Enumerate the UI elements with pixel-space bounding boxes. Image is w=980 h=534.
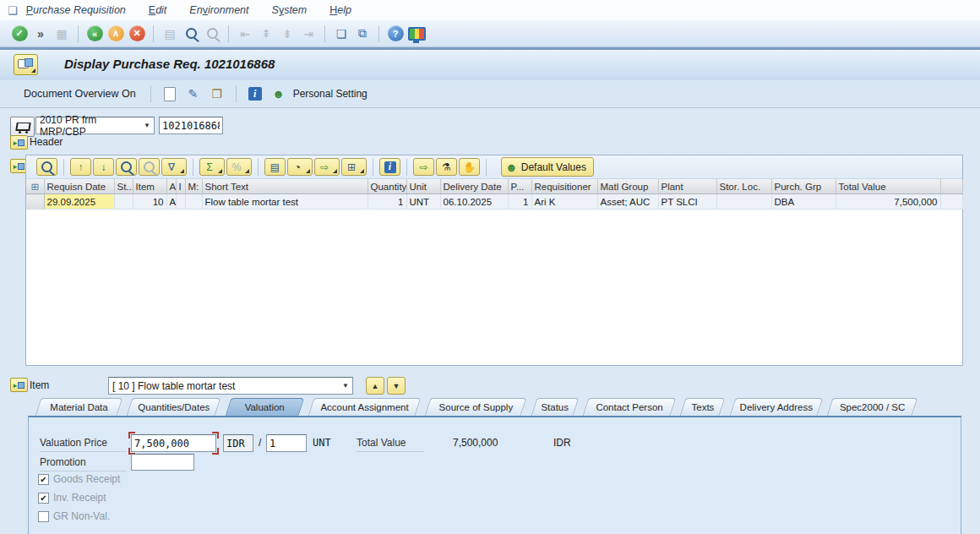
cell-status[interactable] <box>114 194 133 210</box>
inv-receipt-checkbox[interactable]: ✔ <box>38 493 49 504</box>
grid-info-button[interactable]: i <box>379 158 400 176</box>
select-all-icon[interactable]: ⊞ <box>26 179 44 194</box>
export-button[interactable]: ⇨ <box>314 158 340 176</box>
find-next-button[interactable] <box>139 158 160 176</box>
layout-button[interactable]: ⊞ <box>341 158 367 176</box>
personal-setting-button[interactable]: Personal Setting <box>293 88 368 100</box>
services-for-object-icon[interactable] <box>14 54 38 75</box>
cell-purch-grp[interactable]: DBA <box>771 194 836 210</box>
document-overview-button[interactable]: Document Overview On <box>24 88 136 100</box>
tab-quantities-dates[interactable]: Quantities/Dates <box>129 398 218 416</box>
tab-status[interactable]: Status <box>534 398 576 416</box>
create-shortcut-icon[interactable]: ⧉ <box>353 25 372 43</box>
cell-item[interactable]: 10 <box>133 194 166 210</box>
back-button[interactable]: « <box>85 25 104 43</box>
print-icon[interactable]: ▤ <box>161 25 179 43</box>
cell-requisn-date[interactable]: 29.09.2025 <box>44 194 114 210</box>
col-p[interactable]: P... <box>508 179 531 194</box>
next-item-button[interactable]: ▼ <box>387 377 406 395</box>
cell-unit[interactable]: UNT <box>406 194 440 210</box>
item-dropdown[interactable]: [ 10 ] Flow table mortar test ▼ <box>108 377 353 395</box>
menu-edit[interactable]: Edit <box>149 4 167 16</box>
tab-material-data[interactable]: Material Data <box>38 398 120 416</box>
cell-delivery-date[interactable]: 06.10.2025 <box>440 194 508 210</box>
next-page-icon[interactable]: ⇟ <box>278 25 297 43</box>
valuation-price-field[interactable] <box>131 434 216 452</box>
tab-delivery-address[interactable]: Delivery Address <box>732 398 820 416</box>
details-button[interactable] <box>36 158 57 176</box>
transfer-button[interactable]: ⇨ <box>413 158 434 176</box>
copy-icon[interactable]: ❐ <box>208 84 226 103</box>
col-requisitioner[interactable]: Requisitioner <box>531 179 597 194</box>
cell-total-value[interactable]: 7,500,000 <box>836 194 940 210</box>
sort-descending-button[interactable]: ↓ <box>93 158 114 176</box>
col-purch-grp[interactable]: Purch. Grp <box>771 179 836 194</box>
window-control-icon[interactable]: ❏ <box>8 4 18 17</box>
col-matl-group[interactable]: Matl Group <box>597 179 658 194</box>
help-button[interactable]: ? <box>386 25 405 43</box>
menu-help[interactable]: Help <box>329 4 351 16</box>
col-delivery-date[interactable]: Delivery Date <box>440 179 508 194</box>
cell-stor-loc[interactable] <box>716 194 771 210</box>
col-requisn-date[interactable]: Requisn Date <box>44 179 114 194</box>
save-icon[interactable]: ▦ <box>52 25 71 43</box>
display-change-icon[interactable]: ✎ <box>184 84 203 103</box>
menu-environment[interactable]: Environment <box>189 4 248 16</box>
new-session-icon[interactable]: ❏ <box>332 25 351 43</box>
tab-texts[interactable]: Texts <box>683 398 722 416</box>
cell-requisitioner[interactable]: Ari K <box>531 194 597 210</box>
col-stor-loc[interactable]: Stor. Loc. <box>716 179 771 194</box>
cell-matl-group[interactable]: Asset; AUC <box>597 194 658 210</box>
information-icon[interactable]: i <box>246 84 264 103</box>
col-unit[interactable]: Unit <box>406 179 440 194</box>
exit-button[interactable]: ∧ <box>106 25 125 43</box>
col-m[interactable]: M: <box>185 179 202 194</box>
tab-contact-person[interactable]: Contact Person <box>585 398 673 416</box>
tab-spec2000-sc[interactable]: Spec2000 / SC <box>830 398 915 416</box>
gui-settings-icon[interactable] <box>407 25 426 43</box>
col-quantity[interactable]: Quantity <box>368 179 406 194</box>
header-expand-icon[interactable] <box>10 135 28 150</box>
cell-a[interactable]: A <box>166 194 176 210</box>
cell-plant[interactable]: PT SLCI <box>658 194 716 210</box>
document-number-field[interactable] <box>159 117 223 134</box>
enter-button[interactable]: ✓ <box>10 25 29 43</box>
cell-i[interactable] <box>176 194 185 210</box>
item-expand-icon[interactable] <box>10 378 28 392</box>
col-i[interactable]: I <box>176 179 185 194</box>
tab-source-of-supply[interactable]: Source of Supply <box>427 398 524 416</box>
cell-p[interactable]: 1 <box>508 194 531 210</box>
goods-receipt-checkbox[interactable]: ✔ <box>38 474 49 485</box>
col-plant[interactable]: Plant <box>658 179 716 194</box>
purchase-requisition-cart-icon[interactable] <box>10 117 35 137</box>
last-page-icon[interactable]: ⇥ <box>299 25 318 43</box>
previous-item-button[interactable]: ▲ <box>366 377 384 395</box>
cancel-button[interactable]: ✕ <box>128 25 146 43</box>
find-button[interactable] <box>116 158 137 176</box>
filter-button[interactable]: ∇ <box>161 158 187 176</box>
hold-button[interactable]: ✋ <box>459 158 480 176</box>
more-options-icon[interactable]: » <box>31 25 50 43</box>
promotion-field[interactable] <box>131 454 194 471</box>
col-a[interactable]: A <box>166 179 176 194</box>
sort-ascending-button[interactable]: ↑ <box>70 158 91 176</box>
previous-page-icon[interactable]: ⇞ <box>257 25 275 43</box>
col-short-text[interactable]: Short Text <box>202 179 368 194</box>
row-select-cell[interactable] <box>26 194 44 210</box>
sum-button[interactable]: Σ <box>199 158 225 176</box>
cell-m[interactable] <box>185 194 202 210</box>
print-button[interactable]: ▤ <box>264 158 286 176</box>
default-values-button[interactable]: ☻ Default Values <box>501 157 594 177</box>
col-item[interactable]: Item <box>133 179 166 194</box>
find-icon[interactable] <box>182 25 200 43</box>
tab-account-assignment[interactable]: Account Assignment <box>311 398 418 416</box>
col-total-value[interactable]: Total Value <box>836 179 940 194</box>
services-button[interactable]: ⚗ <box>436 158 457 176</box>
document-type-dropdown[interactable]: 2010 PR frm MRP/CBP ▼ <box>35 117 155 134</box>
price-unit-quantity-field[interactable] <box>266 434 307 452</box>
create-document-icon[interactable] <box>161 84 179 103</box>
gr-non-val-checkbox[interactable] <box>38 511 49 522</box>
menu-system[interactable]: System <box>272 4 308 16</box>
cell-short-text[interactable]: Flow table mortar test <box>202 194 368 210</box>
first-page-icon[interactable]: ⇤ <box>236 25 254 43</box>
